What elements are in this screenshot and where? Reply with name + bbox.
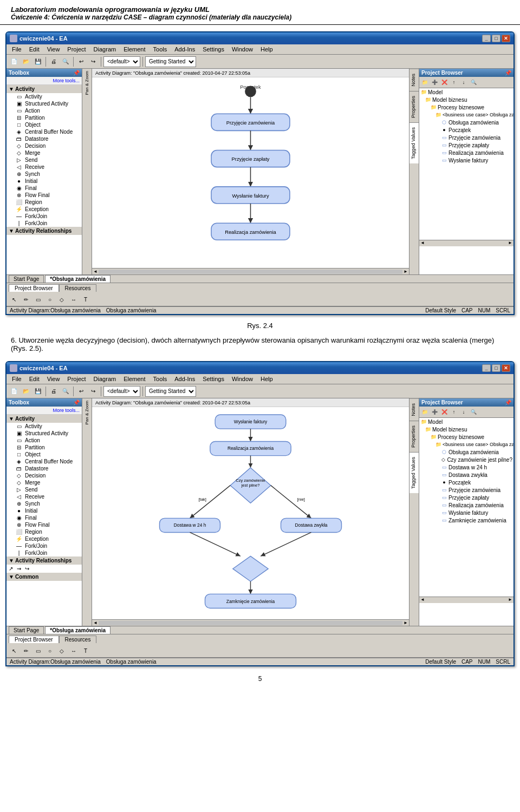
menu-file-2[interactable]: File bbox=[9, 375, 25, 383]
toolbox-item-initial-1[interactable]: ● Initial bbox=[6, 178, 82, 185]
tab-obsługa-1[interactable]: *Obsługa zamówienia bbox=[45, 275, 110, 283]
toolbox-item-receive-2[interactable]: ◁ Receive bbox=[6, 493, 82, 500]
notes-tab-2[interactable]: Notes bbox=[410, 398, 419, 421]
toolbox-item-initial-2[interactable]: ● Initial bbox=[6, 507, 82, 514]
tree2-przyjecie-zam[interactable]: ▭ Przyjęcie zamówienia bbox=[419, 486, 514, 494]
pb-scroll-2[interactable]: ◄► bbox=[419, 597, 514, 603]
h-scroll-1[interactable]: ◄► bbox=[92, 268, 409, 274]
toolbar-print-2[interactable]: 🖨 bbox=[48, 386, 59, 397]
menu-element-1[interactable]: Element bbox=[120, 45, 148, 53]
tree2-zamkniecie[interactable]: ▭ Zamknięcie zamówienia bbox=[419, 516, 514, 524]
toolbox-item-central-1[interactable]: ◈ Central Buffer Node bbox=[6, 128, 82, 135]
toolbar-dropdown1-2[interactable]: <default> bbox=[103, 386, 140, 397]
tree2-poczatek[interactable]: ● Początek bbox=[419, 479, 514, 486]
menu-addins-1[interactable]: Add-Ins bbox=[171, 45, 198, 53]
pb-btn2-1[interactable]: ➕ bbox=[430, 78, 439, 87]
rel-icon2-2[interactable]: ⇝ bbox=[17, 566, 21, 572]
tree-obs-1[interactable]: ⬡ Obsługa zamówienia bbox=[419, 119, 514, 126]
toolbox-item-flowfinal-2[interactable]: ⊗ Flow Final bbox=[6, 521, 82, 528]
pb-btn6-1[interactable]: 🔍 bbox=[469, 78, 478, 87]
menu-view-1[interactable]: View bbox=[44, 45, 63, 53]
tab-start-page-1[interactable]: Start Page bbox=[9, 275, 44, 283]
toolbox-item-merge-1[interactable]: ◇ Merge bbox=[6, 149, 82, 156]
tab-start-page-2[interactable]: Start Page bbox=[9, 626, 44, 634]
toolbox-item-region-1[interactable]: ⬜ Region bbox=[6, 199, 82, 206]
toolbox-section-rel-1[interactable]: ▼ Activity Relationships bbox=[6, 227, 82, 235]
toolbar-open-2[interactable]: 📂 bbox=[21, 386, 31, 397]
pb-scroll-1[interactable]: ◄► bbox=[419, 240, 514, 246]
toolbox-section-activity-1[interactable]: ▼ Activity bbox=[6, 85, 82, 93]
toolbox-item-forkjoin1-1[interactable]: — Fork/Join bbox=[6, 213, 82, 220]
pb-pin-1[interactable]: 📌 bbox=[505, 70, 511, 76]
draw-tool5-1[interactable]: ↔ bbox=[68, 294, 79, 305]
menu-element-2[interactable]: Element bbox=[120, 375, 148, 383]
tree-przyjecie-zam-1[interactable]: ▭ Przyjęcie zamówienia bbox=[419, 134, 514, 141]
properties-tab-2[interactable]: Properties bbox=[410, 421, 419, 452]
draw-tool1-1[interactable]: ✏ bbox=[21, 294, 31, 305]
tree2-wyslanie[interactable]: ▭ Wysłanie faktury bbox=[419, 509, 514, 516]
toolbox-item-partition-1[interactable]: ⊟ Partition bbox=[6, 114, 82, 121]
tagged-values-tab-1[interactable]: Tagged Values bbox=[410, 122, 419, 163]
tree2-dostawaz[interactable]: ▭ Dostawa zwykła bbox=[419, 471, 514, 479]
toolbox-item-activity-2[interactable]: ▭ Activity bbox=[6, 423, 82, 430]
menu-project-1[interactable]: Project bbox=[64, 45, 89, 53]
toolbar-undo-1[interactable]: ↩ bbox=[76, 56, 87, 67]
toolbox-item-forkjoin2-2[interactable]: | Fork/Join bbox=[6, 549, 82, 556]
tree-poczatek-1[interactable]: ● Początek bbox=[419, 126, 514, 134]
toolbox-item-forkjoin2-1[interactable]: | Fork/Join bbox=[6, 220, 82, 227]
maximize-button-2[interactable]: □ bbox=[492, 364, 500, 372]
toolbox-section-activity-2[interactable]: ▼ Activity bbox=[6, 415, 82, 423]
window-buttons-2[interactable]: _ □ ✕ bbox=[482, 364, 510, 372]
properties-tab-1[interactable]: Properties bbox=[410, 91, 419, 122]
toolbar-new-2[interactable]: 📄 bbox=[9, 386, 20, 397]
pb-tab-2[interactable]: Project Browser bbox=[9, 636, 59, 643]
minimize-button-2[interactable]: _ bbox=[482, 364, 491, 372]
toolbar-undo-2[interactable]: ↩ bbox=[76, 386, 87, 397]
toolbox-item-datastore-2[interactable]: 🗃 Datastore bbox=[6, 465, 82, 472]
pb-pin-2[interactable]: 📌 bbox=[505, 400, 511, 405]
draw-tool2-2[interactable]: ▭ bbox=[32, 645, 43, 656]
menu-view-2[interactable]: View bbox=[44, 375, 63, 383]
resources-tab-1[interactable]: Resources bbox=[59, 284, 97, 292]
pb-btn3-2[interactable]: ❌ bbox=[440, 408, 448, 416]
menu-diagram-1[interactable]: Diagram bbox=[90, 45, 120, 53]
draw-select-2[interactable]: ↖ bbox=[9, 645, 20, 656]
close-button-2[interactable]: ✕ bbox=[502, 364, 510, 372]
toolbar-save-1[interactable]: 💾 bbox=[32, 56, 43, 67]
pb-btn2-2[interactable]: ➕ bbox=[430, 408, 439, 416]
menu-edit-1[interactable]: Edit bbox=[26, 45, 43, 53]
pb-btn5-2[interactable]: ↓ bbox=[459, 408, 468, 416]
toolbox-item-merge-2[interactable]: ◇ Merge bbox=[6, 479, 82, 486]
tree-model-1[interactable]: 📁 Model bbox=[419, 88, 514, 96]
menu-diagram-2[interactable]: Diagram bbox=[90, 375, 120, 383]
toolbox-item-decision-2[interactable]: ◇ Decision bbox=[6, 472, 82, 479]
rel-icon3-2[interactable]: ↪ bbox=[25, 566, 29, 572]
menu-settings-1[interactable]: Settings bbox=[199, 45, 227, 53]
toolbox-item-synch-2[interactable]: ⊕ Synch bbox=[6, 500, 82, 507]
tree2-obs[interactable]: ⬡ Obsługa zamówienia bbox=[419, 448, 514, 456]
tree2-model[interactable]: 📁 Model bbox=[419, 418, 514, 425]
toolbox-item-datastore-1[interactable]: 🗃 Datastore bbox=[6, 135, 82, 142]
minimize-button-1[interactable]: _ bbox=[482, 35, 491, 42]
toolbox-item-forkjoin1-2[interactable]: — Fork/Join bbox=[6, 542, 82, 549]
toolbar-dropdown1-1[interactable]: <default> bbox=[103, 56, 140, 67]
window-buttons-1[interactable]: _ □ ✕ bbox=[482, 35, 510, 42]
toolbox-item-action-2[interactable]: ▭ Action bbox=[6, 437, 82, 444]
menu-addins-2[interactable]: Add-Ins bbox=[171, 375, 198, 383]
toolbox-item-exception-1[interactable]: ⚡ Exception bbox=[6, 206, 82, 213]
resources-tab-2[interactable]: Resources bbox=[59, 636, 97, 643]
toolbar-new-1[interactable]: 📄 bbox=[9, 56, 20, 67]
toolbar-dropdown2-1[interactable]: Getting Started bbox=[145, 56, 196, 67]
toolbar-search-2[interactable]: 🔍 bbox=[60, 386, 71, 397]
toolbox-item-structured-2[interactable]: ▣ Structured Activity bbox=[6, 430, 82, 437]
toolbox-item-action-1[interactable]: ▭ Action bbox=[6, 107, 82, 114]
toolbox-item-central-2[interactable]: ◈ Central Buffer Node bbox=[6, 458, 82, 465]
menu-tools-2[interactable]: Tools bbox=[150, 375, 171, 383]
toolbar-redo-2[interactable]: ↪ bbox=[88, 386, 99, 397]
toolbox-section-common-2[interactable]: ▼ Common bbox=[6, 573, 82, 581]
toolbar-save-2[interactable]: 💾 bbox=[32, 386, 43, 397]
toolbox-item-final-2[interactable]: ◉ Final bbox=[6, 514, 82, 521]
pb-btn4-2[interactable]: ↑ bbox=[450, 408, 458, 416]
tree-model-biznesu-1[interactable]: 📁 Model biznesu bbox=[419, 96, 514, 103]
toolbox-item-final-1[interactable]: ◉ Final bbox=[6, 185, 82, 192]
